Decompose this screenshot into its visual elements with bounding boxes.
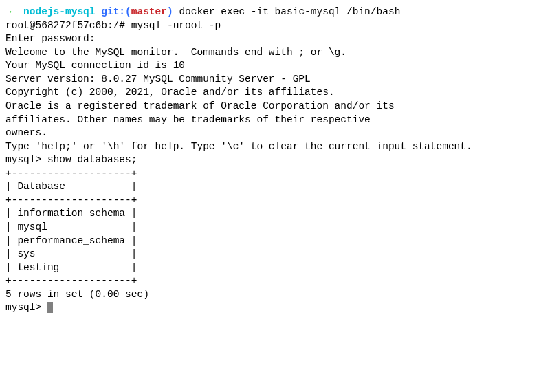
output-line: affiliates. Other names may be trademark…: [6, 113, 544, 127]
cursor-icon: [47, 302, 53, 313]
table-border-top: +--------------------+: [6, 167, 544, 181]
output-line: Server version: 8.0.27 MySQL Community S…: [6, 73, 544, 87]
table-row: | information_schema |: [6, 207, 544, 221]
prompt-git-label: git:: [101, 6, 125, 17]
shell-prompt-line: → nodejs-mysql git:(master) docker exec …: [6, 6, 544, 19]
output-line: root@568272f57c6b:/# mysql -uroot -p: [6, 19, 544, 33]
prompt-folder: nodejs-mysql: [23, 6, 95, 17]
output-line: Oracle is a registered trademark of Orac…: [6, 100, 544, 113]
output-line: Enter password:: [6, 32, 544, 46]
prompt-branch: master: [131, 6, 167, 17]
output-line: Type 'help;' or '\h' for help. Type '\c'…: [6, 140, 544, 154]
output-line: Copyright (c) 2000, 2021, Oracle and/or …: [6, 86, 544, 100]
table-border-sep: +--------------------+: [6, 194, 544, 208]
prompt-arrow-icon: →: [6, 6, 12, 17]
result-summary: 5 rows in set (0.00 sec): [6, 288, 544, 302]
mysql-prompt: mysql>: [6, 302, 47, 313]
output-line: owners.: [6, 127, 544, 140]
prompt-paren-open: (: [125, 6, 131, 17]
table-header: | Database |: [6, 180, 544, 194]
output-line: Welcome to the MySQL monitor. Commands e…: [6, 46, 544, 60]
mysql-command-line: mysql> show databases;: [6, 153, 544, 167]
table-row: | testing |: [6, 261, 544, 275]
table-row: | performance_schema |: [6, 235, 544, 248]
shell-command: docker exec -it basic-mysql /bin/bash: [179, 6, 400, 17]
terminal-output[interactable]: → nodejs-mysql git:(master) docker exec …: [6, 6, 544, 315]
prompt-paren-close: ): [167, 6, 173, 17]
table-border-bottom: +--------------------+: [6, 274, 544, 288]
output-line: Your MySQL connection id is 10: [6, 59, 544, 73]
mysql-prompt-line: mysql>: [6, 301, 544, 315]
table-row: | sys |: [6, 248, 544, 261]
table-row: | mysql |: [6, 221, 544, 235]
